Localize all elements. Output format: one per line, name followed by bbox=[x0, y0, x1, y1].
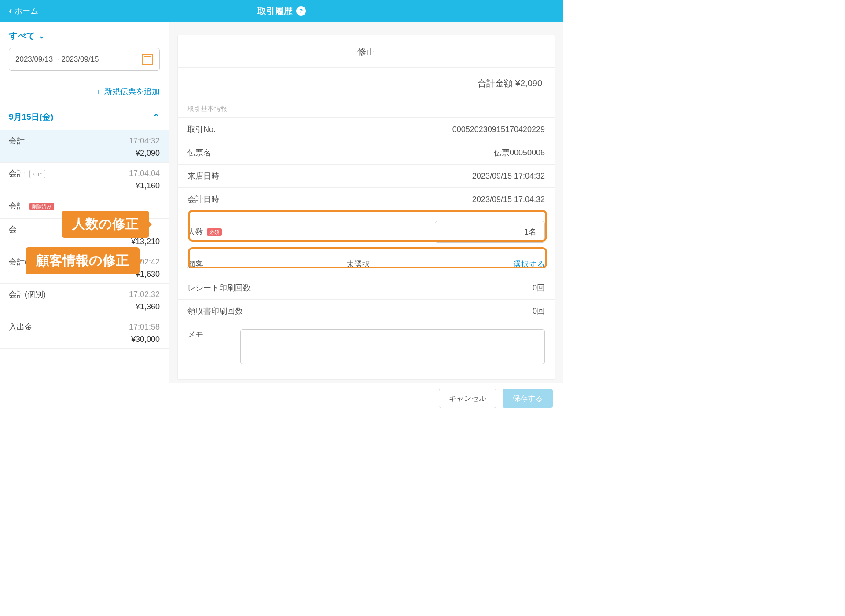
row-customer: 顧客 未選択 選択する bbox=[178, 253, 555, 276]
item-amount: ¥1,160 bbox=[9, 179, 160, 191]
row-slip-name: 伝票名 伝票00050006 bbox=[178, 141, 555, 164]
row-receipt-count: レシート印刷回数 0回 bbox=[178, 276, 555, 299]
callout-people: 人数の修正 bbox=[62, 211, 149, 238]
callout-customer: 顧客情報の修正 bbox=[26, 247, 140, 274]
label: レシート印刷回数 bbox=[187, 282, 251, 293]
label: 領収書印刷回数 bbox=[187, 306, 243, 316]
sidebar-item[interactable]: 入出金 17:01:58 ¥30,000 bbox=[0, 316, 169, 349]
label: 会計日時 bbox=[187, 194, 219, 205]
customer-label: 顧客 bbox=[187, 259, 203, 270]
total-value: ¥2,090 bbox=[515, 78, 542, 88]
item-tag-deleted: 削除済み bbox=[29, 203, 54, 210]
item-time: 17:01:58 bbox=[129, 323, 160, 332]
item-type: 会計 bbox=[9, 136, 25, 145]
help-icon[interactable]: ? bbox=[296, 6, 306, 16]
filter-dropdown[interactable]: すべて ⌄ bbox=[0, 22, 169, 48]
calendar-icon[interactable] bbox=[142, 54, 153, 65]
item-tag-corrected: 訂正 bbox=[29, 170, 45, 178]
item-type: 入出金 bbox=[9, 323, 33, 331]
customer-select-link[interactable]: 選択する bbox=[513, 259, 545, 270]
total-row: 合計金額 ¥2,090 bbox=[178, 68, 555, 99]
detail-pane: 修正 合計金額 ¥2,090 取引基本情報 取引No. 000520230915… bbox=[169, 22, 563, 414]
item-type: 会計 bbox=[9, 169, 25, 178]
row-people: 人数 必須 1名 bbox=[178, 211, 555, 253]
chevron-down-icon: ⌄ bbox=[39, 32, 44, 40]
people-label: 人数 bbox=[187, 227, 203, 237]
value: 0回 bbox=[533, 282, 545, 293]
section-label: 取引基本情報 bbox=[178, 99, 555, 117]
row-visit-time: 来店日時 2023/09/15 17:04:32 bbox=[178, 164, 555, 187]
customer-value: 未選択 bbox=[203, 259, 513, 270]
date-range-value: 2023/09/13 ~ 2023/09/15 bbox=[15, 55, 99, 64]
item-type: 会計(個別) bbox=[9, 290, 46, 299]
item-time: 17:04:32 bbox=[129, 136, 160, 146]
add-slip-button[interactable]: ＋ 新規伝票を追加 bbox=[0, 79, 169, 104]
label: 伝票名 bbox=[187, 147, 211, 158]
value: 0回 bbox=[533, 306, 545, 316]
footer-bar: キャンセル 保存する bbox=[169, 383, 563, 414]
item-type: 会計 bbox=[9, 202, 25, 210]
total-label: 合計金額 bbox=[478, 78, 513, 88]
memo-label: メモ bbox=[187, 329, 231, 340]
item-time: 17:02:32 bbox=[129, 290, 160, 299]
page-title-group: 取引履歴 ? bbox=[257, 5, 306, 17]
edit-panel: 修正 合計金額 ¥2,090 取引基本情報 取引No. 000520230915… bbox=[178, 35, 555, 379]
value: 2023/09/15 17:04:32 bbox=[472, 172, 545, 181]
row-invoice-count: 領収書印刷回数 0回 bbox=[178, 299, 555, 323]
label: 来店日時 bbox=[187, 171, 219, 181]
label: 取引No. bbox=[187, 124, 216, 135]
filter-label: すべて bbox=[9, 30, 35, 42]
sidebar-item[interactable]: 会計 17:04:32 ¥2,090 bbox=[0, 130, 169, 163]
date-group-label: 9月15日(金) bbox=[9, 111, 53, 123]
date-range-input[interactable]: 2023/09/13 ~ 2023/09/15 bbox=[9, 48, 160, 71]
chevron-left-icon: ‹ bbox=[9, 5, 12, 17]
row-transaction-no: 取引No. 000520230915170420229 bbox=[178, 117, 555, 141]
item-amount: ¥2,090 bbox=[9, 146, 160, 158]
save-button[interactable]: 保存する bbox=[503, 389, 553, 408]
panel-title: 修正 bbox=[178, 35, 555, 68]
title-bar: ‹ ホーム 取引履歴 ? bbox=[0, 0, 563, 22]
sidebar-item[interactable]: 会計(個別) 17:02:32 ¥1,360 bbox=[0, 284, 169, 316]
value: 2023/09/15 17:04:32 bbox=[472, 195, 545, 204]
chevron-up-icon: ⌃ bbox=[153, 112, 160, 122]
row-memo: メモ bbox=[178, 323, 555, 370]
people-input[interactable]: 1名 bbox=[435, 221, 545, 243]
cancel-button[interactable]: キャンセル bbox=[439, 389, 496, 408]
row-account-time: 会計日時 2023/09/15 17:04:32 bbox=[178, 187, 555, 211]
value: 000520230915170420229 bbox=[452, 125, 545, 134]
item-type: 会 bbox=[9, 225, 17, 234]
back-label: ホーム bbox=[15, 6, 38, 16]
back-home-button[interactable]: ‹ ホーム bbox=[9, 5, 38, 17]
memo-textarea[interactable] bbox=[240, 329, 545, 364]
item-amount: ¥30,000 bbox=[9, 332, 160, 344]
item-time: 17:04:04 bbox=[129, 169, 160, 178]
required-badge: 必須 bbox=[207, 228, 222, 236]
page-title: 取引履歴 bbox=[257, 5, 293, 17]
value: 伝票00050006 bbox=[494, 147, 545, 158]
item-amount: ¥1,360 bbox=[9, 300, 160, 312]
date-group-header[interactable]: 9月15日(金) ⌃ bbox=[0, 104, 169, 130]
sidebar-item[interactable]: 会計 訂正 17:04:04 ¥1,160 bbox=[0, 163, 169, 195]
